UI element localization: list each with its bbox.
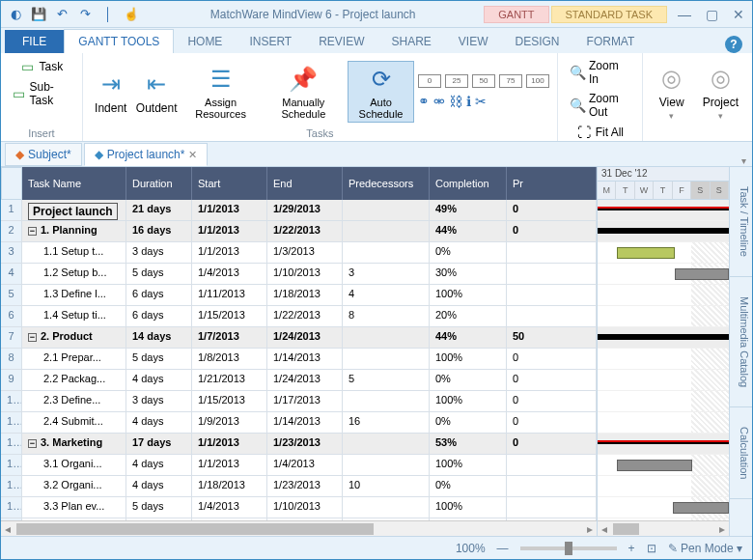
grid-body[interactable]: 1Project launch21 days1/1/20131/29/20134… [1,200,597,520]
project-button[interactable]: ◎Project▾ [697,61,744,123]
close-tab-icon[interactable]: ✕ [188,149,197,161]
table-row[interactable]: 82.1 Prepar...5 days1/8/20131/14/2013100… [1,349,597,370]
info-icon[interactable]: ℹ [466,94,471,109]
gantt-row[interactable] [598,264,729,285]
table-row[interactable]: 92.2 Packag...4 days1/21/20131/24/201350… [1,370,597,391]
ribbon-group-views: ◎View▾ ◎Project▾ [643,53,752,141]
gantt-row[interactable] [598,476,729,497]
tab-format[interactable]: FORMAT [573,30,649,53]
table-row[interactable]: 2−1. Planning16 days1/1/20131/22/201344%… [1,221,597,242]
tab-dropdown-icon[interactable]: ▾ [741,155,746,166]
minimize-icon[interactable]: — [671,3,698,26]
pct-25-button[interactable]: 25 [445,74,468,88]
col-task-name[interactable]: Task Name [22,167,126,200]
tab-share[interactable]: SHARE [378,30,445,53]
zoom-fit-icon[interactable]: ⊡ [647,542,656,555]
gantt-row[interactable] [598,242,729,264]
maximize-icon[interactable]: ▢ [698,3,725,26]
tab-design[interactable]: DESIGN [502,30,573,53]
gantt-hscrollbar[interactable]: ◂▸ [598,520,729,536]
gantt-row[interactable] [598,455,729,476]
table-row[interactable]: 7−2. Product14 days1/7/20131/24/201344%5… [1,327,597,349]
view-button[interactable]: ◎View▾ [651,61,693,123]
table-row[interactable]: 12−3. Marketing17 days1/1/20131/23/20135… [1,434,597,455]
link-icon[interactable]: ⚭ [418,94,430,109]
gantt-row[interactable] [598,200,729,221]
pct-50-button[interactable]: 50 [472,74,495,88]
tab-file[interactable]: FILE [5,30,64,53]
indent-button[interactable]: ⇥Indent [91,67,131,117]
fit-all-button[interactable]: ⛶Fit All [572,123,628,142]
doc-tab-project-launch[interactable]: ◆Project launch*✕ [84,143,209,166]
row-header-corner[interactable] [1,167,22,200]
ribbon-tab-strip: FILE GANTT TOOLS HOME INSERT REVIEW SHAR… [1,28,752,53]
touch-mode-icon[interactable]: ☝ [121,4,142,25]
zoom-slider[interactable] [520,546,617,550]
subtask-button[interactable]: ▭Sub-Task [9,78,74,109]
window-controls: — ▢ ✕ [671,3,752,26]
col-predecessors[interactable]: Predecessors [343,167,430,200]
redo-icon[interactable]: ↷ [74,4,96,25]
table-row[interactable]: 61.4 Setup ti...6 days1/15/20131/22/2013… [1,306,597,327]
tab-insert[interactable]: INSERT [236,30,305,53]
tab-view[interactable]: VIEW [445,30,502,53]
gantt-row[interactable] [598,306,729,327]
gantt-row[interactable] [598,412,729,434]
pct-0-button[interactable]: 0 [418,74,441,88]
col-duration[interactable]: Duration [126,167,192,200]
col-completion[interactable]: Completion [430,167,507,200]
help-icon[interactable]: ? [725,36,742,53]
gantt-row[interactable] [598,285,729,306]
table-row[interactable]: 31.1 Setup t...3 days1/1/20131/3/20130% [1,242,597,264]
side-tab-calculation[interactable]: Calculation [730,407,752,499]
gantt-row[interactable] [598,221,729,242]
col-priority[interactable]: Pr [507,167,597,200]
gantt-row[interactable] [598,349,729,370]
app-icon[interactable]: ◐ [5,4,26,25]
gantt-timescale[interactable]: 31 Dec '12 MTWTFSS [598,167,729,200]
zoom-minus-icon[interactable]: — [497,542,509,555]
pct-75-button[interactable]: 75 [499,74,522,88]
side-tab-timeline[interactable]: Task / Timeline [730,167,752,277]
gantt-chart: 31 Dec '12 MTWTFSS ◂▸ [598,167,729,536]
zoom-out-button[interactable]: 🔍Zoom Out [566,90,634,121]
assign-resources-button[interactable]: ☰Assign Resources [182,62,260,122]
gantt-row[interactable] [598,327,729,349]
constraint-icon[interactable]: ⛓ [449,94,462,109]
pen-mode-button[interactable]: ✎ Pen Mode ▾ [668,542,742,555]
col-end[interactable]: End [267,167,343,200]
tab-review[interactable]: REVIEW [305,30,377,53]
table-row[interactable]: 153.3 Plan ev...5 days1/4/20131/10/20131… [1,497,597,518]
outdent-button[interactable]: ⇤Outdent [135,67,179,117]
gantt-row[interactable] [598,497,729,518]
task-button[interactable]: ▭Task [16,57,68,76]
table-row[interactable]: 143.2 Organi...4 days1/18/20131/23/20131… [1,476,597,497]
pct-100-button[interactable]: 100 [526,74,549,88]
side-tab-multimedia[interactable]: Multimedia Catalog [730,277,752,407]
zoom-in-button[interactable]: 🔍Zoom In [566,57,634,88]
undo-icon[interactable]: ↶ [51,4,72,25]
unlink-icon[interactable]: ⚮ [433,94,445,109]
gantt-row[interactable] [598,370,729,391]
gantt-body[interactable] [598,200,729,520]
col-start[interactable]: Start [192,167,267,200]
gantt-row[interactable] [598,518,729,520]
split-icon[interactable]: ✂ [475,94,487,109]
tab-gantt-tools[interactable]: GANTT TOOLS [64,29,174,53]
table-row[interactable]: 41.2 Setup b...5 days1/4/20131/10/201333… [1,264,597,285]
table-row[interactable]: 1Project launch21 days1/1/20131/29/20134… [1,200,597,221]
save-icon[interactable]: 💾 [28,4,49,25]
table-row[interactable]: 112.4 Submit...4 days1/9/20131/14/201316… [1,412,597,434]
gantt-row[interactable] [598,391,729,412]
table-row[interactable]: 102.3 Define...3 days1/15/20131/17/20131… [1,391,597,412]
grid-hscrollbar[interactable]: ◂▸ [1,520,597,536]
table-row[interactable]: 133.1 Organi...4 days1/1/20131/4/2013100… [1,455,597,476]
close-icon[interactable]: ✕ [725,3,752,26]
zoom-plus-icon[interactable]: + [628,542,635,555]
auto-schedule-button[interactable]: ⟳Auto Schedule [348,61,414,123]
doc-tab-subject[interactable]: ◆Subject* [5,143,82,166]
tab-home[interactable]: HOME [174,30,236,53]
gantt-row[interactable] [598,434,729,455]
table-row[interactable]: 51.3 Define l...6 days1/11/20131/18/2013… [1,285,597,306]
manually-schedule-button[interactable]: 📌Manually Schedule [264,62,344,122]
